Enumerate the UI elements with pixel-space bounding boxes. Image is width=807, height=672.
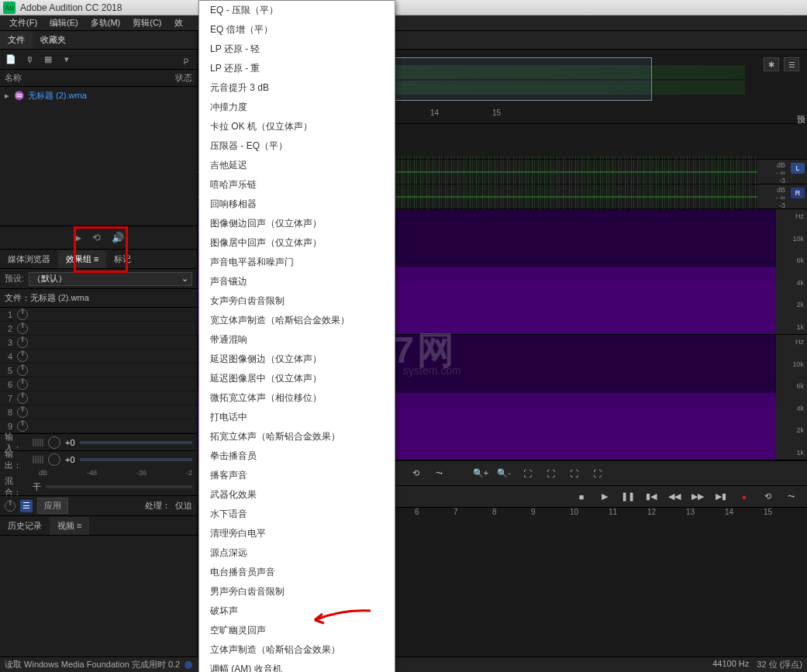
col-status[interactable]: 状态 (153, 72, 192, 84)
dropdown-item[interactable]: 声音电平器和噪声门 (199, 253, 395, 272)
channel-r-button[interactable]: R (791, 188, 805, 198)
menu-clip[interactable]: 剪辑(C) (126, 16, 167, 30)
skip-selection-button[interactable]: ⤳ (430, 466, 447, 481)
input-knob[interactable] (48, 436, 60, 449)
zoom-in-icon[interactable]: 🔍+ (472, 466, 489, 481)
apply-button[interactable]: 应用 (37, 498, 68, 514)
dropdown-item[interactable]: EQ - 压限（平） (199, 1, 395, 20)
loop2-button[interactable]: ⟲ (759, 489, 776, 505)
dropdown-item[interactable]: 电台播音员声音 (199, 563, 395, 582)
zoom-full-icon[interactable]: ⛶ (519, 466, 536, 481)
effect-slot[interactable]: 5 (0, 364, 197, 377)
volume-mini-icon[interactable]: 🔊 (112, 232, 124, 243)
pause2-button[interactable]: ❚❚ (619, 489, 636, 505)
dropdown-item[interactable]: 空旷幽灵回声 (199, 621, 395, 640)
dropdown-item[interactable]: 打电话中 (199, 408, 395, 427)
output-knob[interactable] (48, 453, 60, 466)
power-icon[interactable] (17, 351, 28, 362)
power-icon[interactable] (17, 309, 28, 320)
multitrack-icon[interactable]: ▦ (42, 53, 54, 66)
skip2-button[interactable]: ⤳ (782, 489, 799, 505)
disclosure-icon[interactable]: ▸ (5, 91, 14, 101)
dropdown-item[interactable]: 回响移相器 (199, 195, 395, 214)
zoom-out-icon[interactable]: 🔍- (495, 466, 512, 481)
channel-l-button[interactable]: L (791, 163, 805, 174)
dropdown-item[interactable]: 拳击播音员 (199, 446, 395, 466)
dropdown-item[interactable]: 嘻哈声乐链 (199, 175, 395, 195)
loop-mini-icon[interactable]: ⟲ (92, 232, 101, 243)
new-file-icon[interactable]: ▾ (60, 53, 73, 66)
rewind2-button[interactable]: ◀◀ (666, 489, 683, 505)
file-row[interactable]: ▸ ♒ 无标题 (2).wma (0, 88, 197, 103)
dropdown-item[interactable]: LP 还原 - 重 (199, 59, 395, 78)
rack-power-icon[interactable] (5, 501, 16, 512)
input-track[interactable] (80, 441, 192, 444)
dropdown-item[interactable]: 调幅 (AM) 收音机 (199, 660, 395, 672)
col-name[interactable]: 名称 (5, 72, 153, 84)
output-track[interactable] (80, 458, 192, 461)
dropdown-item[interactable]: 微拓宽立体声（相位移位） (199, 388, 395, 408)
record-icon[interactable]: 🎙 (23, 53, 36, 66)
zoom-out-point-icon[interactable]: ⛶ (588, 466, 605, 481)
dropdown-item[interactable]: 压限器 - EQ（平） (199, 136, 395, 156)
rack-list-icon[interactable]: ☰ (20, 500, 33, 512)
power-icon[interactable] (17, 407, 28, 418)
effect-slot[interactable]: 2 (0, 322, 197, 336)
effect-slot[interactable]: 3 (0, 336, 197, 350)
effect-slot[interactable]: 9 (0, 419, 197, 433)
tab-history[interactable]: 历史记录 (0, 517, 50, 535)
forward2-button[interactable]: ▶▶ (689, 489, 706, 505)
dropdown-item[interactable]: 水下语音 (199, 505, 395, 524)
power-icon[interactable] (17, 379, 28, 390)
menu-effects[interactable]: 效 (168, 16, 189, 30)
dropdown-item[interactable]: 宽立体声制造（哈斯铝合金效果） (199, 311, 395, 330)
dropdown-item[interactable]: 源点深远 (199, 543, 395, 563)
dropdown-item[interactable]: 武器化效果 (199, 485, 395, 505)
effect-slot[interactable]: 7 (0, 391, 197, 405)
play-mini-icon[interactable]: ▶ (74, 232, 81, 243)
tab-video[interactable]: 视频 ≡ (50, 517, 89, 535)
preset-select[interactable]: （默认）⌄ (29, 272, 192, 286)
play2-button[interactable]: ▶ (596, 489, 613, 505)
dropdown-item[interactable]: 声音镶边 (199, 272, 395, 291)
effect-slot[interactable]: 8 (0, 405, 197, 419)
dropdown-item[interactable]: 图像侧边回声（仅立体声） (199, 214, 395, 233)
power-icon[interactable] (17, 393, 28, 404)
dropdown-item[interactable]: 吉他延迟 (199, 156, 395, 175)
effect-slot[interactable]: 4 (0, 350, 197, 364)
effect-slot[interactable]: 6 (0, 377, 197, 391)
loop-button[interactable]: ⟲ (407, 466, 424, 481)
power-icon[interactable] (17, 421, 28, 432)
dropdown-item[interactable]: LP 还原 - 轻 (199, 40, 395, 59)
dropdown-item[interactable]: 拓宽立体声（哈斯铝合金效果） (199, 427, 395, 446)
menu-multitrack[interactable]: 多轨(M) (84, 16, 127, 30)
dropdown-item[interactable]: 播客声音 (199, 466, 395, 485)
dropdown-item[interactable]: 延迟图像侧边（仅立体声） (199, 350, 395, 369)
dropdown-item[interactable]: 图像居中回声（仅立体声） (199, 233, 395, 253)
power-icon[interactable] (17, 365, 28, 376)
dropdown-item[interactable]: 男声旁白齿音限制 (199, 582, 395, 601)
dropdown-item[interactable]: 冲撞力度 (199, 98, 395, 117)
dropdown-item[interactable]: 延迟图像居中（仅立体声） (199, 369, 395, 388)
record2-button[interactable]: ● (736, 489, 753, 505)
tab-favorites[interactable]: 收藏夹 (33, 31, 74, 49)
dropdown-item[interactable]: 破坏声 (199, 601, 395, 621)
stop2-button[interactable]: ■ (573, 489, 590, 505)
search-icon[interactable]: ρ (180, 53, 192, 66)
dropdown-item[interactable]: 女声旁白齿音限制 (199, 291, 395, 311)
dropdown-item[interactable]: 立体声制造（哈斯铝合金效果） (199, 640, 395, 660)
list-view-icon[interactable]: ☰ (784, 57, 799, 71)
dropdown-item[interactable]: 卡拉 OK 机（仅立体声） (199, 117, 395, 136)
process-mode[interactable]: 仅迫 (175, 500, 192, 512)
menu-file[interactable]: 文件(F) (3, 16, 43, 30)
spectral-pitch-icon[interactable]: ✱ (764, 57, 779, 71)
open-file-icon[interactable]: 📄 (5, 53, 17, 66)
mix-slider[interactable] (46, 485, 192, 488)
tab-media-browser[interactable]: 媒体浏览器 (0, 250, 58, 268)
tab-effects-rack[interactable]: 效果组 ≡ (58, 250, 106, 268)
skip-end2-button[interactable]: ▶▮ (712, 489, 729, 505)
dropdown-item[interactable]: EQ 倍增（平） (199, 20, 395, 40)
zoom-in-point-icon[interactable]: ⛶ (565, 466, 582, 481)
skip-start2-button[interactable]: ▮◀ (643, 489, 660, 505)
effect-slot[interactable]: 1 (0, 308, 197, 322)
